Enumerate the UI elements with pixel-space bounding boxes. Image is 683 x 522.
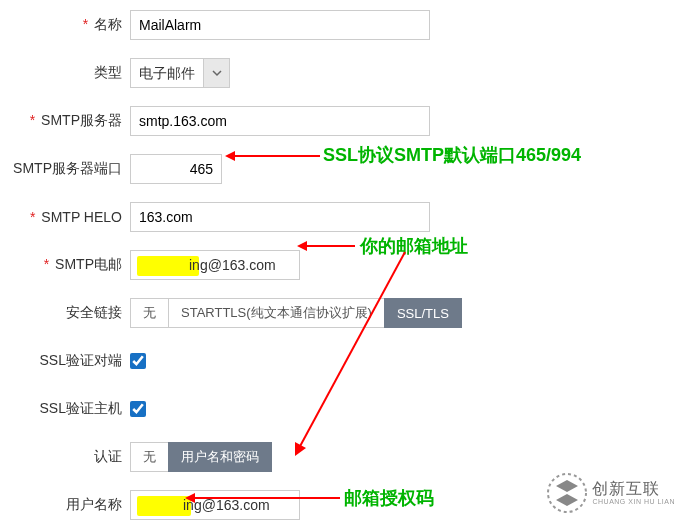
required-marker: * [44, 256, 49, 272]
label-smtp-port: SMTP服务器端口 [0, 160, 130, 178]
chevron-down-icon[interactable] [203, 59, 229, 87]
logo-area: 创新互联 CHUANG XIN HU LIAN [546, 472, 675, 514]
label-ssl-verify-host: SSL验证主机 [0, 400, 130, 418]
annotation-port-note: SSL协议SMTP默认端口465/994 [323, 143, 581, 167]
logo-cn: 创新互联 [592, 480, 675, 498]
svg-point-8 [548, 474, 586, 512]
label-name: * 名称 [0, 16, 130, 34]
label-username: 用户名称 [0, 496, 130, 514]
row-smtp-helo: * SMTP HELO [0, 202, 683, 232]
secure-option-none[interactable]: 无 [130, 298, 169, 328]
required-marker: * [30, 112, 35, 128]
secure-option-ssltls[interactable]: SSL/TLS [384, 298, 462, 328]
type-select[interactable]: 电子邮件 [130, 58, 230, 88]
row-smtp-email: * SMTP电邮 ing@163.com [0, 250, 683, 280]
email-suffix: ing@163.com [189, 257, 276, 273]
row-secure-conn: 安全链接 无 STARTTLS(纯文本通信协议扩展) SSL/TLS [0, 298, 683, 328]
auth-option-none[interactable]: 无 [130, 442, 169, 472]
smtp-email-input[interactable]: ing@163.com [130, 250, 300, 280]
required-marker: * [83, 16, 88, 32]
label-auth: 认证 [0, 448, 130, 466]
row-name: * 名称 [0, 10, 683, 40]
label-smtp-email: * SMTP电邮 [0, 256, 130, 274]
row-auth: 认证 无 用户名和密码 [0, 442, 683, 472]
username-input[interactable]: ing@163.com [130, 490, 300, 520]
annotation-email-note: 你的邮箱地址 [360, 234, 468, 258]
row-ssl-verify-host: SSL验证主机 [0, 394, 683, 424]
ssl-verify-host-checkbox[interactable] [130, 401, 146, 417]
smtp-server-input[interactable] [130, 106, 430, 136]
ssl-verify-peer-checkbox[interactable] [130, 353, 146, 369]
logo-icon [546, 472, 588, 514]
label-smtp-server: * SMTP服务器 [0, 112, 130, 130]
logo-text: 创新互联 CHUANG XIN HU LIAN [592, 480, 675, 505]
annotation-password-note: 邮箱授权码 [344, 486, 434, 510]
smtp-port-input[interactable] [130, 154, 222, 184]
row-smtp-server: * SMTP服务器 [0, 106, 683, 136]
secure-option-starttls[interactable]: STARTTLS(纯文本通信协议扩展) [168, 298, 385, 328]
label-type: 类型 [0, 64, 130, 82]
logo-en: CHUANG XIN HU LIAN [592, 498, 675, 506]
row-type: 类型 电子邮件 [0, 58, 683, 88]
required-marker: * [30, 209, 35, 225]
label-ssl-verify-peer: SSL验证对端 [0, 352, 130, 370]
name-input[interactable] [130, 10, 430, 40]
label-smtp-helo: * SMTP HELO [0, 209, 130, 225]
auth-option-userpass[interactable]: 用户名和密码 [168, 442, 272, 472]
label-secure-conn: 安全链接 [0, 304, 130, 322]
form-container: * 名称 类型 电子邮件 * SMTP服务器 [0, 0, 683, 522]
type-select-value: 电子邮件 [131, 59, 203, 87]
row-ssl-verify-peer: SSL验证对端 [0, 346, 683, 376]
username-suffix: ing@163.com [183, 497, 270, 513]
smtp-helo-input[interactable] [130, 202, 430, 232]
